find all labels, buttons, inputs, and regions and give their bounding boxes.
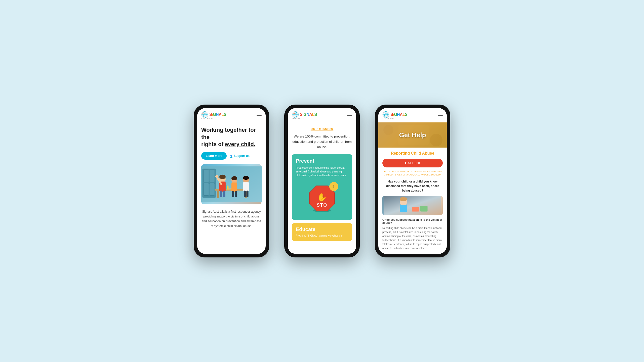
phone-1-content: Working together for the rights of every… (197, 122, 266, 254)
phone-2-logo: SiGNALS AUSTRALIA (292, 111, 317, 119)
suspect-question: Or do you suspect that a child is the vi… (382, 218, 443, 224)
svg-rect-33 (244, 191, 246, 197)
svg-rect-11 (209, 183, 215, 195)
logo-brand-text-2: SiGNALS (300, 112, 317, 117)
educate-description: Providing "SIGNAL" training workshops fo… (296, 234, 348, 238)
stop-sign-wrapper: ✋ STO ! (307, 183, 337, 213)
svg-rect-13 (217, 191, 219, 198)
svg-rect-28 (232, 191, 234, 197)
support-us-link[interactable]: ♥ Support us (230, 154, 250, 158)
mission-label: OUR MISSION (292, 127, 352, 130)
svg-point-30 (231, 176, 237, 180)
svg-rect-59 (420, 206, 428, 212)
get-help-title: Get Help (399, 131, 426, 139)
logo-brand-text: SiGNALS (209, 112, 226, 117)
svg-point-52 (383, 125, 393, 135)
get-help-banner: Get Help (378, 122, 447, 148)
phone-2-header: SiGNALS AUSTRALIA (288, 108, 356, 122)
phone-1: SiGNALS AUSTRALIA Working together for t… (194, 105, 269, 257)
phones-container: SiGNALS AUSTRALIA Working together for t… (194, 105, 450, 257)
svg-rect-55 (384, 196, 441, 215)
logo-sub-text-2: AUSTRALIA (292, 118, 317, 119)
phone-3-logo: SiGNALS AUSTRALIA (382, 111, 408, 119)
svg-text:STO: STO (317, 203, 328, 208)
svg-rect-10 (204, 183, 209, 195)
svg-rect-9 (209, 170, 215, 182)
prevent-title: Prevent (296, 158, 314, 164)
svg-point-53 (430, 134, 442, 146)
hero-title: Working together for the rights of every… (201, 126, 262, 148)
svg-point-4 (203, 113, 204, 114)
disclosure-question: Has your child or a child you know discl… (382, 179, 443, 193)
mission-text: We are 100% committed to prevention, edu… (292, 134, 352, 150)
phone-3-header: SiGNALS AUSTRALIA (378, 108, 447, 122)
logo-sub-text-3: AUSTRALIA (382, 118, 408, 119)
svg-point-22 (215, 175, 218, 178)
phone-1-description: Signals Australia is a first responder a… (201, 209, 262, 229)
phone-1-header: SiGNALS AUSTRALIA (197, 108, 266, 122)
svg-point-40 (294, 113, 294, 114)
logo-brand-text-3: SiGNALS (390, 112, 408, 117)
stop-sign-container: ✋ STO ! (296, 181, 348, 216)
warning-badge: ! (329, 182, 338, 191)
educate-card: Educate Providing "SIGNAL" training work… (292, 223, 352, 241)
svg-rect-8 (204, 170, 209, 182)
phone-1-actions: Learn more ♥ Support us (201, 152, 262, 160)
emergency-notice: IF YOU ARE IN IMMEDIATE DANGER OR A CHIL… (382, 170, 443, 176)
phone-2: SiGNALS AUSTRALIA OUR MISSION We are 100… (284, 105, 360, 257)
svg-rect-23 (220, 191, 222, 197)
svg-point-35 (243, 176, 249, 180)
reporting-text: Reporting child abuse can be a difficult… (382, 226, 443, 250)
phone-1-screen: SiGNALS AUSTRALIA Working together for t… (197, 108, 266, 254)
phone-3-content: Reporting Child Abuse CALL 000 IF YOU AR… (378, 148, 447, 254)
educate-title: Educate (296, 227, 348, 232)
heart-icon: ♥ (230, 154, 232, 158)
svg-rect-27 (231, 183, 237, 192)
phone-3-screen: SiGNALS AUSTRALIA (378, 108, 447, 254)
hamburger-menu-2[interactable] (347, 114, 352, 117)
logo-globe-icon (201, 111, 208, 118)
logo-globe-icon-2 (292, 111, 299, 118)
svg-point-50 (384, 113, 385, 114)
svg-point-60 (400, 197, 407, 201)
reporting-title: Reporting Child Abuse (382, 151, 443, 156)
hero-image (201, 164, 262, 204)
svg-rect-29 (235, 191, 237, 197)
svg-text:✋: ✋ (317, 193, 327, 202)
phone-2-screen: SiGNALS AUSTRALIA OUR MISSION We are 100… (288, 108, 356, 254)
learn-more-button[interactable]: Learn more (201, 152, 227, 160)
svg-point-25 (219, 175, 226, 179)
child-photo (382, 196, 443, 215)
child-photo-svg (382, 196, 443, 215)
hamburger-menu-3[interactable] (438, 114, 443, 117)
logo-sub-text: AUSTRALIA (201, 118, 226, 119)
logo-globe-icon-3 (382, 111, 389, 118)
svg-rect-18 (227, 186, 228, 189)
prevent-card: Prevent First response in reducing the r… (292, 154, 352, 220)
call-000-button[interactable]: CALL 000 (382, 159, 443, 167)
svg-rect-32 (243, 182, 249, 191)
svg-rect-57 (400, 205, 407, 212)
svg-rect-24 (223, 191, 225, 197)
phone-2-content: OUR MISSION We are 100% committed to pre… (288, 122, 356, 254)
prevent-description: First response in reducing the risk of s… (296, 166, 348, 177)
phone-3: SiGNALS AUSTRALIA (375, 105, 450, 257)
phone-1-logo: SiGNALS AUSTRALIA (201, 111, 226, 119)
hamburger-menu[interactable] (257, 114, 262, 117)
svg-rect-34 (247, 191, 249, 197)
children-scene-svg (201, 164, 262, 204)
svg-rect-58 (412, 207, 419, 211)
